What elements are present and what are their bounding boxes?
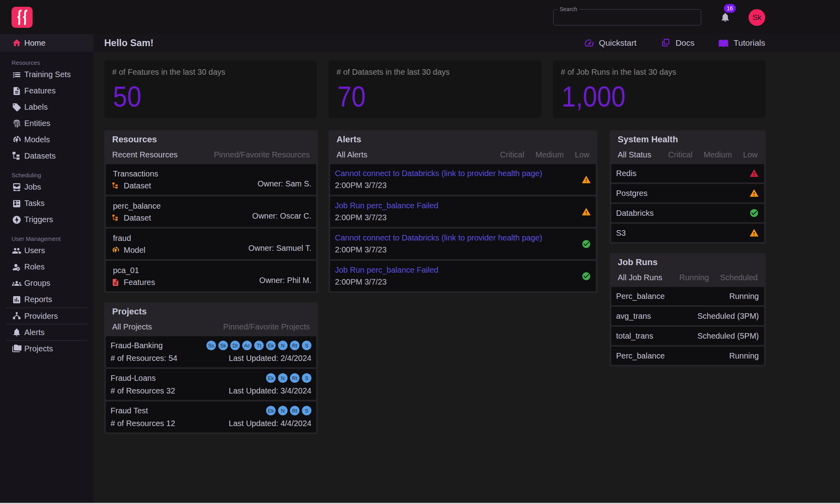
groups-icon <box>12 279 21 288</box>
tab-all-projects[interactable]: All Projects <box>112 322 152 331</box>
project-row[interactable]: Fraud-Banking Ss Sk Dl Ac Tt Ek N Rt S #… <box>106 336 316 367</box>
sidebar-item-label: Alerts <box>24 328 45 337</box>
projects-icon <box>12 344 21 353</box>
tab-medium[interactable]: Medium <box>535 150 564 159</box>
resource-owner: Owner: Phil M. <box>259 276 311 285</box>
job-status: Running <box>729 351 759 361</box>
project-avatars: Ss Sk Dl Ac Tt Ek N Rt S <box>206 341 311 350</box>
left-column: Resources Recent Resources Pinned/Favori… <box>104 130 318 444</box>
tab-critical[interactable]: Critical <box>668 150 692 159</box>
sidebar-item-training-sets[interactable]: Training Sets <box>0 66 93 83</box>
resource-owner: Owner: Sam S. <box>257 179 311 188</box>
features-icon <box>111 278 120 287</box>
top-bar: Search 16 Sk <box>0 0 840 34</box>
entities-icon <box>12 119 21 128</box>
alert-link[interactable]: Cannot connect to Databricks (link to pr… <box>335 233 589 243</box>
sidebar-item-entities[interactable]: Entities <box>0 115 93 132</box>
sidebar-item-datasets[interactable]: Datasets <box>0 148 93 164</box>
alert-link[interactable]: Job Run perc_balance Failed <box>335 201 589 211</box>
quickstart-link[interactable]: Quickstart <box>584 38 637 48</box>
app-logo[interactable] <box>12 7 33 28</box>
notifications-button[interactable]: 16 <box>718 4 742 28</box>
sidebar-item-providers[interactable]: Providers <box>6 308 88 324</box>
home-label: Home <box>24 39 45 48</box>
tutorials-link[interactable]: Tutorials <box>718 38 765 48</box>
sidebar-item-projects[interactable]: Projects <box>6 340 88 357</box>
tab-low[interactable]: Low <box>575 150 589 159</box>
critical-icon <box>749 169 759 178</box>
system-name: Postgres <box>616 189 648 198</box>
resource-name: Transactions <box>113 169 310 178</box>
quickstart-label: Quickstart <box>599 38 637 48</box>
project-row[interactable]: Fraud Test Ek N Rt S # of Resources 12 L… <box>106 401 316 432</box>
sidebar-item-features[interactable]: Features <box>0 83 93 99</box>
sidebar-item-roles[interactable]: Roles <box>0 259 93 275</box>
tasks-icon <box>12 199 21 208</box>
job-name: total_trans <box>616 331 653 341</box>
tab-critical[interactable]: Critical <box>500 150 524 159</box>
alert-row: Cannot connect to Databricks (link to pr… <box>330 164 596 195</box>
sidebar-item-models[interactable]: Models <box>0 132 93 148</box>
tab-medium[interactable]: Medium <box>704 150 732 159</box>
sidebar: Resources Training Sets Features Labels … <box>0 52 93 504</box>
sidebar-item-label: Labels <box>24 103 48 112</box>
search-field[interactable]: Search <box>553 9 701 25</box>
user-avatar[interactable]: Sk <box>749 9 765 26</box>
avatar: Rt <box>290 341 299 350</box>
sidebar-item-triggers[interactable]: Triggers <box>0 211 93 228</box>
alert-time: 2:00PM 3/7/23 <box>335 181 589 190</box>
roles-icon <box>12 262 21 272</box>
system-name: Databricks <box>616 209 653 218</box>
bell-icon <box>720 12 731 23</box>
sidebar-item-home[interactable]: Home <box>0 34 93 52</box>
tab-all-alerts[interactable]: All Alerts <box>336 150 368 159</box>
job-run-row: total_trans Scheduled (5PM) <box>611 327 764 345</box>
tab-all-job-runs[interactable]: All Job Runs <box>618 273 662 282</box>
tab-pinned-projects[interactable]: Pinned/Favorite Projects <box>223 322 310 331</box>
reports-icon <box>12 295 21 304</box>
project-last-updated: Last Updated: 3/4/2024 <box>229 386 311 395</box>
sidebar-item-label: Jobs <box>24 182 41 192</box>
sidebar-item-reports[interactable]: Reports <box>0 291 93 308</box>
sidebar-item-tasks[interactable]: Tasks <box>0 195 93 211</box>
logo-braces-icon <box>16 10 29 25</box>
middle-column: Alerts All Alerts Critical Medium Low Ca… <box>329 130 597 302</box>
tab-all-status[interactable]: All Status <box>618 150 651 159</box>
alert-link[interactable]: Job Run perc_balance Failed <box>335 265 589 275</box>
alerts-icon <box>12 328 21 337</box>
job-run-row: Perc_balance Running <box>611 287 764 305</box>
sidebar-item-groups[interactable]: Groups <box>0 275 93 291</box>
resource-type: Model <box>124 246 145 255</box>
avatar: N <box>278 406 288 415</box>
avatar: Ac <box>242 341 252 350</box>
resource-type: Features <box>124 278 155 287</box>
tab-scheduled[interactable]: Scheduled <box>720 273 758 282</box>
resource-row[interactable]: perc_balance Dataset Owner: Oscar C. <box>106 196 316 227</box>
resource-row[interactable]: pca_01 Features Owner: Phil M. <box>106 261 316 291</box>
resource-row[interactable]: Transactions Dataset Owner: Sam S. <box>106 164 316 195</box>
sidebar-item-jobs[interactable]: Jobs <box>0 179 93 195</box>
tab-pinned-resources[interactable]: Pinned/Favorite Resources <box>214 150 310 159</box>
main-content: # of Features in the last 30 days 50 # o… <box>93 52 840 504</box>
sidebar-item-labels[interactable]: Labels <box>0 99 93 115</box>
docs-link[interactable]: Docs <box>660 38 694 48</box>
sidebar-item-label: Triggers <box>24 215 53 224</box>
search-input[interactable] <box>554 10 701 25</box>
users-icon <box>12 246 21 256</box>
alert-row: Cannot connect to Databricks (link to pr… <box>330 229 596 259</box>
resource-row[interactable]: fraud Model Owner: Samuel T. <box>106 229 316 259</box>
tab-low[interactable]: Low <box>743 150 758 159</box>
project-row[interactable]: Fraud-Loans Ek N Rt S # of Resources 32 … <box>106 369 316 400</box>
tab-running[interactable]: Running <box>679 273 709 282</box>
stat-card-features: # of Features in the last 30 days 50 <box>104 60 317 118</box>
alert-link[interactable]: Cannot connect to Databricks (link to pr… <box>335 169 589 178</box>
sidebar-item-alerts[interactable]: Alerts <box>6 324 88 340</box>
sidebar-item-label: Tasks <box>24 199 45 208</box>
project-avatars: Ek N Rt S <box>266 406 311 415</box>
sidebar-item-users[interactable]: Users <box>0 242 93 259</box>
success-icon <box>581 239 591 249</box>
system-name: S3 <box>616 229 626 238</box>
datasets-icon <box>12 151 21 161</box>
tab-recent-resources[interactable]: Recent Resources <box>112 150 178 159</box>
projects-card: Projects All Projects Pinned/Favorite Pr… <box>104 302 318 434</box>
